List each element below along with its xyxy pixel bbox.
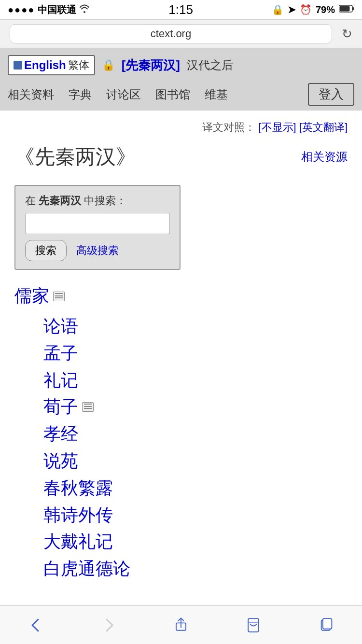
battery-percent: 79%: [316, 4, 335, 15]
translation-row: 译文对照： [不显示] [英文翻译]: [14, 120, 348, 135]
trad-link: 繁体: [68, 58, 89, 72]
svg-rect-2: [340, 6, 350, 11]
after-han-text: 汉代之后: [187, 57, 233, 73]
related-resources-link[interactable]: 相关资源: [301, 149, 348, 165]
svg-rect-6: [323, 618, 332, 629]
nav-library-link[interactable]: 图书馆: [155, 87, 190, 102]
main-section-link[interactable]: [先秦两汉]: [122, 57, 180, 74]
login-button[interactable]: 登入: [308, 83, 354, 106]
nav-header: English 繁体 🔒 [先秦两汉] 汉代之后 相关资料 字典 讨论区 图书馆…: [0, 48, 362, 111]
nav-row1: English 繁体 🔒 [先秦两汉] 汉代之后: [8, 55, 354, 75]
category-name: 儒家: [14, 284, 49, 308]
svg-rect-1: [352, 7, 354, 10]
category-confucian-link[interactable]: 儒家: [14, 284, 65, 308]
carrier-name: 中国联通: [38, 3, 76, 16]
location-icon: ➤: [288, 4, 296, 15]
nav-discuss-link[interactable]: 讨论区: [106, 87, 141, 102]
english-button[interactable]: English 繁体: [8, 55, 95, 75]
battery-icon: [339, 4, 354, 15]
book-link-liji[interactable]: 礼记: [43, 367, 348, 394]
book-link-lunyu[interactable]: 论语: [43, 313, 348, 340]
book-link-baihu[interactable]: 白虎通德论: [43, 555, 348, 582]
search-label: 在 先秦两汉 中搜索：: [25, 194, 170, 208]
browser-bar: ctext.org ↻: [0, 19, 362, 48]
time-display: 1:15: [168, 2, 193, 17]
category-confucian: 儒家 论语 孟子 礼记 荀子 孝经 说苑 春秋繁露 韩诗外传 大戴礼记 白虎通德…: [14, 284, 348, 582]
url-text: ctext.org: [151, 28, 191, 40]
nav-wiki-link[interactable]: 维基: [205, 87, 228, 102]
status-right: 🔒 ➤ ⏰ 79%: [272, 4, 354, 15]
book-link-xunzi[interactable]: 荀子: [43, 393, 78, 420]
share-button[interactable]: [162, 611, 200, 640]
english-translation-link[interactable]: [英文翻译]: [299, 121, 348, 133]
forward-button[interactable]: [89, 611, 128, 640]
status-bar: ●●●● 中国联通 1:15 🔒 ➤ ⏰ 79%: [0, 0, 362, 19]
main-content: 译文对照： [不显示] [英文翻译] 《先秦两汉》 相关资源 在 先秦两汉 中搜…: [0, 111, 362, 602]
book-link-shuoyuan[interactable]: 说苑: [43, 448, 348, 475]
reload-button[interactable]: ↻: [342, 27, 352, 42]
lock-icon: 🔒: [272, 4, 284, 15]
back-button[interactable]: [17, 611, 56, 640]
search-highlight: 先秦两汉: [39, 195, 81, 207]
advanced-search-link[interactable]: 高级搜索: [76, 243, 119, 258]
signal-dots: ●●●●: [8, 4, 35, 15]
page-title-row: 《先秦两汉》 相关资源: [14, 143, 348, 170]
book-link-mengzi[interactable]: 孟子: [43, 340, 348, 367]
wifi-icon: [79, 3, 90, 16]
english-link[interactable]: English: [24, 58, 66, 72]
alarm-icon: ⏰: [300, 4, 312, 15]
search-box: 在 先秦两汉 中搜索： 搜索 高级搜索: [14, 185, 181, 270]
nav-related-link[interactable]: 相关资料: [8, 87, 54, 102]
search-input[interactable]: [25, 213, 170, 234]
translation-label: 译文对照：: [202, 121, 255, 133]
tabs-button[interactable]: [306, 611, 345, 640]
search-suffix: 中搜索：: [84, 195, 126, 207]
book-link-dadai[interactable]: 大戴礼记: [43, 528, 348, 555]
book-list-confucian: 论语 孟子 礼记 荀子 孝经 说苑 春秋繁露 韩诗外传 大戴礼记 白虎通德论: [14, 313, 348, 582]
no-display-link[interactable]: [不显示]: [258, 121, 296, 133]
nav-row2: 相关资料 字典 讨论区 图书馆 维基 登入: [8, 83, 354, 106]
nav-dict-link[interactable]: 字典: [69, 87, 92, 102]
status-left: ●●●● 中国联通: [8, 3, 90, 16]
search-prefix: 在: [25, 195, 36, 207]
url-bar[interactable]: ctext.org: [10, 24, 332, 43]
book-link-hanshi[interactable]: 韩诗外传: [43, 502, 348, 529]
nav-lock-icon: 🔒: [102, 59, 115, 71]
book-link-chunqiu[interactable]: 春秋繁露: [43, 475, 348, 502]
bottom-bar: [0, 605, 362, 644]
page-title: 《先秦两汉》: [14, 143, 136, 170]
book-link-xiaojing[interactable]: 孝经: [43, 420, 348, 448]
search-button[interactable]: 搜索: [25, 240, 67, 261]
search-actions: 搜索 高级搜索: [25, 240, 170, 261]
bookmarks-button[interactable]: [234, 611, 273, 640]
book-small-icon: [14, 61, 22, 70]
category-icon: [53, 292, 65, 301]
xunzi-icon: [82, 402, 94, 412]
